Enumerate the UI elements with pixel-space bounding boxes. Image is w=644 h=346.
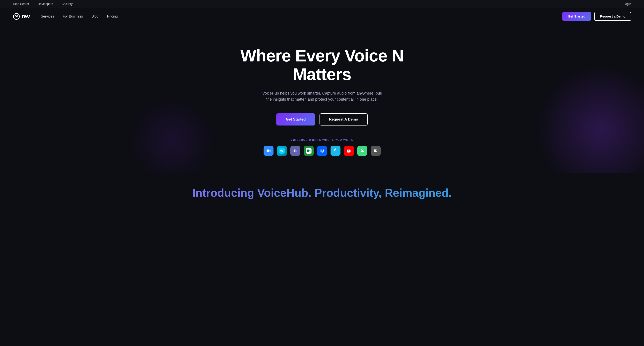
logo-text: rev (22, 13, 30, 20)
rev-logo-icon (13, 13, 20, 20)
nav-pricing[interactable]: Pricing (107, 15, 118, 18)
zoom-icon[interactable] (264, 146, 274, 156)
top-bar-login[interactable]: Login (624, 2, 631, 6)
android-icon[interactable] (357, 146, 367, 156)
nav-left: rev Services For Business Blog Pricing (13, 13, 118, 20)
webex-icon[interactable]: W (277, 146, 287, 156)
dropbox-icon[interactable] (317, 146, 327, 156)
youtube-icon[interactable] (344, 146, 354, 156)
vimeo-icon[interactable] (330, 146, 340, 156)
hero-title: Where Every Voice N Matters (214, 47, 430, 84)
hero-get-started-button[interactable]: Get Started (276, 113, 315, 125)
svg-rect-10 (319, 148, 325, 154)
integrations-label: VOICEHUB WORKS WHERE YOU WORK (13, 138, 631, 141)
svg-rect-18 (361, 151, 361, 152)
nav-services[interactable]: Services (41, 15, 54, 18)
hero-section: Where Every Voice N Matters VoiceHub hel… (0, 25, 644, 173)
top-bar-links: Help Center Developers Security (13, 2, 72, 6)
svg-point-14 (362, 150, 362, 151)
svg-point-8 (296, 149, 297, 150)
svg-rect-19 (363, 151, 364, 152)
svg-text:W: W (280, 149, 283, 153)
main-nav: rev Services For Business Blog Pricing G… (0, 8, 644, 25)
teams-icon[interactable] (290, 146, 300, 156)
nav-for-business[interactable]: For Business (63, 15, 83, 18)
top-bar-help-center[interactable]: Help Center (13, 2, 29, 6)
logo[interactable]: rev (13, 13, 30, 20)
nav-right: Get Started Request a Demo (562, 12, 631, 21)
hero-request-demo-button[interactable]: Request A Demo (320, 113, 368, 125)
google-meet-icon[interactable] (304, 146, 314, 156)
nav-links: Services For Business Blog Pricing (41, 15, 118, 18)
svg-point-15 (363, 150, 363, 151)
nav-request-demo-button[interactable]: Request a Demo (594, 12, 631, 21)
top-bar-developers[interactable]: Developers (38, 2, 53, 6)
bottom-teaser-title: Introducing VoiceHub. Productivity, Reim… (13, 186, 631, 200)
top-bar: Help Center Developers Security Login (0, 0, 644, 8)
hero-subtitle: VoiceHub helps you work smarter. Capture… (260, 90, 385, 103)
hero-cta: Get Started Request A Demo (13, 113, 631, 125)
integrations-icons: W (13, 146, 631, 156)
integrations: VOICEHUB WORKS WHERE YOU WORK (13, 138, 631, 156)
svg-point-1 (16, 16, 17, 17)
top-bar-security[interactable]: Security (62, 2, 73, 6)
bottom-teaser: Introducing VoiceHub. Productivity, Reim… (0, 173, 644, 208)
nav-blog[interactable]: Blog (92, 15, 98, 18)
apple-icon[interactable] (371, 146, 381, 156)
nav-get-started-button[interactable]: Get Started (562, 12, 591, 21)
